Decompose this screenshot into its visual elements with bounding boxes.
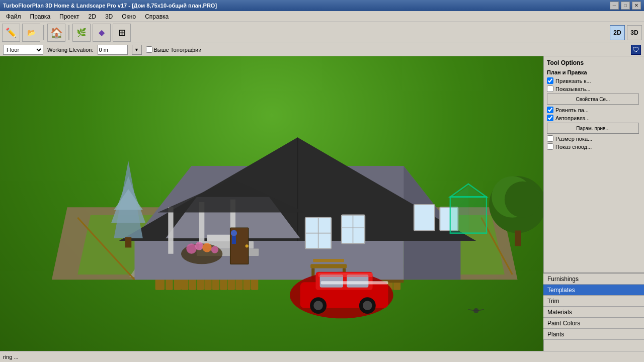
checkbox-row-2: Показывать... <box>547 85 641 92</box>
pencil-button[interactable]: ✏️ <box>2 24 20 42</box>
size-checkbox[interactable] <box>547 135 553 142</box>
checkbox-row-1: Привязать к... <box>547 77 641 84</box>
menu-edit[interactable]: Правка <box>26 12 55 21</box>
fence-button[interactable]: ⊞ <box>113 24 131 42</box>
title-bar: TurboFloorPlan 3D Home & Landscape Pro v… <box>0 0 644 11</box>
toolbar-separator-1 <box>43 25 44 40</box>
checkbox-row-4: Автопривяз... <box>547 115 641 121</box>
toolbar-separator-2 <box>68 25 69 40</box>
align-label: Ровнять па... <box>555 107 589 113</box>
menu-help[interactable]: Справка <box>141 12 173 21</box>
furnishings-item-paintcolors[interactable]: Paint Colors <box>543 318 644 329</box>
tree-button[interactable]: 🌿 <box>72 24 91 42</box>
checkbox-row-3: Ровнять па... <box>547 107 641 113</box>
svg-marker-75 <box>469 186 486 232</box>
svg-marker-74 <box>451 186 469 232</box>
tool-options-panel: Tool Options План и Правка Привязать к..… <box>543 56 644 351</box>
menu-bar: Файл Правка Проект 2D 3D Окно Справка <box>0 11 644 22</box>
snap-checkbox[interactable] <box>547 77 553 84</box>
svg-point-49 <box>186 243 197 254</box>
svg-point-47 <box>246 244 249 247</box>
svg-point-67 <box>363 301 372 310</box>
show-label: Показывать... <box>555 86 591 92</box>
tool-options-section: План и Правка <box>547 69 641 75</box>
show2-label: Показ сноод... <box>555 144 592 150</box>
svg-rect-83 <box>125 237 131 248</box>
status-text: ring ... <box>3 354 19 360</box>
menu-file[interactable]: Файл <box>2 12 25 21</box>
app-title: TurboFloorPlan 3D Home & Landscape Pro v… <box>3 3 217 9</box>
svg-marker-82 <box>114 189 143 210</box>
furnishings-item-templates[interactable]: Templates <box>543 285 644 296</box>
scene-svg <box>0 56 543 351</box>
autosnap-label: Автопривяз... <box>555 115 590 121</box>
checkbox-row-6: Показ сноод... <box>547 143 641 150</box>
topography-checkbox-label[interactable]: Выше Топографии <box>146 46 202 53</box>
svg-rect-79 <box>515 230 521 246</box>
svg-rect-58 <box>232 236 236 244</box>
svg-point-78 <box>505 182 541 218</box>
toolbar: ✏️ 📂 🏠 🌿 ◆ ⊞ 2D 3D <box>0 22 644 43</box>
topography-checkbox[interactable] <box>146 46 152 53</box>
maximize-button[interactable]: □ <box>621 2 630 10</box>
properties-button[interactable]: Свойства Се... <box>547 94 639 105</box>
menu-2d[interactable]: 2D <box>85 12 100 21</box>
view-2d-button[interactable]: 2D <box>610 25 625 40</box>
view-3d-button[interactable]: 3D <box>627 25 642 40</box>
show-checkbox[interactable] <box>547 85 553 92</box>
svg-rect-68 <box>318 273 373 277</box>
floor-bar: Floor Working Elevation: ▼ Выше Топограф… <box>0 43 644 56</box>
furnishings-item-materials[interactable]: Materials <box>543 307 644 318</box>
svg-point-52 <box>211 246 218 253</box>
shield-icon: 🛡 <box>632 46 639 54</box>
viewport[interactable] <box>0 56 543 351</box>
svg-rect-53 <box>310 264 347 268</box>
svg-point-50 <box>195 242 203 250</box>
open-button[interactable]: 📂 <box>22 24 40 42</box>
svg-point-57 <box>231 230 237 236</box>
furnishings-item-plants[interactable]: Plants <box>543 329 644 340</box>
furnishings-item-trim[interactable]: Trim <box>543 296 644 307</box>
status-bar: ring ... <box>0 351 644 362</box>
topography-label: Выше Топографии <box>154 47 202 53</box>
menu-3d[interactable]: 3D <box>101 12 117 21</box>
checkbox-row-5: Размер пока... <box>547 135 641 142</box>
menu-window[interactable]: Окно <box>118 12 140 21</box>
shield-button[interactable]: 🛡 <box>631 45 641 55</box>
elevation-dropdown[interactable]: ▼ <box>132 45 142 55</box>
tool-options-title: Tool Options <box>547 59 641 66</box>
size-label: Размер пока... <box>555 136 592 142</box>
svg-rect-69 <box>321 281 388 284</box>
title-bar-controls: ─ □ ✕ <box>610 2 641 10</box>
show2-checkbox[interactable] <box>547 143 553 150</box>
house-button[interactable]: 🏠 <box>47 24 65 42</box>
menu-project[interactable]: Проект <box>55 12 84 21</box>
gem-button[interactable]: ◆ <box>93 24 111 42</box>
svg-point-65 <box>313 301 323 310</box>
snap-label: Привязать к... <box>555 78 591 84</box>
svg-rect-44 <box>414 205 435 230</box>
autosnap-checkbox[interactable] <box>547 115 553 121</box>
align-checkbox[interactable] <box>547 107 553 113</box>
snap-params-button[interactable]: Парам. прив... <box>547 123 639 134</box>
floor-select[interactable]: Floor <box>3 45 43 55</box>
working-elevation-input[interactable] <box>98 45 128 55</box>
minimize-button[interactable]: ─ <box>610 2 619 10</box>
svg-point-51 <box>202 243 212 252</box>
close-button[interactable]: ✕ <box>632 2 641 10</box>
furnishings-panel: Furnishings Templates Trim Materials Pai… <box>543 273 644 340</box>
furnishings-item-furnishings[interactable]: Furnishings <box>543 274 644 285</box>
svg-rect-54 <box>313 259 344 262</box>
svg-rect-31 <box>168 207 173 254</box>
working-elevation-label: Working Elevation: <box>47 47 94 53</box>
